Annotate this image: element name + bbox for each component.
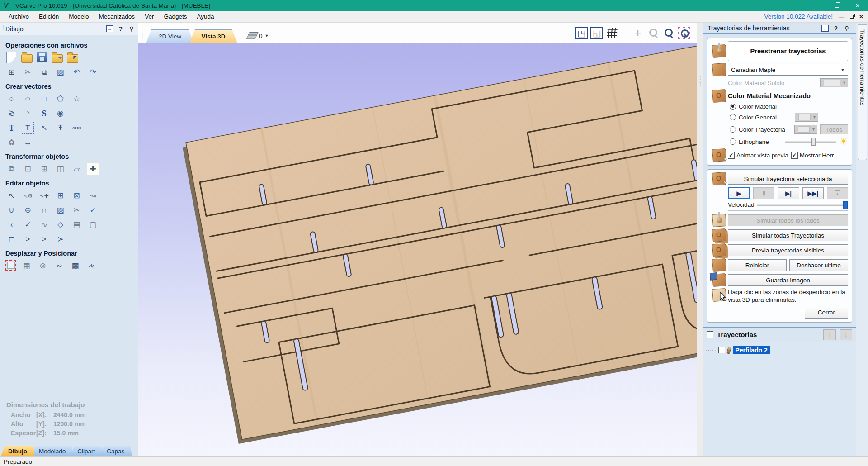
nesting-icon[interactable]: ▩ bbox=[69, 260, 81, 272]
fit-curves-icon[interactable]: ∿ bbox=[38, 219, 50, 231]
panel-tab-modelado[interactable]: Modelado bbox=[32, 446, 73, 456]
draw-rectangle-icon[interactable]: □ bbox=[38, 93, 50, 105]
material-select[interactable]: Canadian Maple ▼ bbox=[728, 64, 848, 76]
panel-grip[interactable]: ⋮⋮ bbox=[1, 24, 5, 29]
draw-text-icon[interactable]: T bbox=[5, 122, 18, 134]
view-tab-vista-3d[interactable]: Vista 3D bbox=[189, 29, 237, 43]
doc-restore-button[interactable] bbox=[850, 15, 854, 19]
3d-viewport[interactable] bbox=[138, 43, 697, 456]
join-with-curve-icon[interactable]: > bbox=[38, 233, 50, 245]
distort-object-icon[interactable]: ▱ bbox=[71, 163, 83, 175]
close-button[interactable]: ✕ bbox=[847, 0, 868, 11]
auto-layout-text-icon[interactable]: Ŧ bbox=[54, 122, 66, 134]
toolpath-name[interactable]: Perfilado 2 bbox=[733, 346, 770, 354]
velocity-slider[interactable] bbox=[757, 204, 848, 206]
join-with-line-icon[interactable]: > bbox=[22, 233, 34, 245]
zoom-box-icon[interactable] bbox=[678, 27, 690, 39]
tabbar-grip[interactable]: ⋮⋮ bbox=[140, 32, 144, 37]
undo-last-button[interactable]: Deshacer ultimo bbox=[789, 259, 848, 271]
trim-vectors-icon[interactable]: ✂ bbox=[71, 204, 83, 216]
pan-view-icon[interactable]: ✛ bbox=[632, 27, 644, 39]
doc-close-button[interactable]: ✕ bbox=[859, 14, 863, 20]
crop-picture-icon[interactable]: ▢ bbox=[87, 219, 99, 231]
collapse-panel-icon[interactable]: → bbox=[105, 25, 114, 33]
set-size-icon[interactable]: ⊡ bbox=[22, 163, 34, 175]
node-vectors-icon[interactable]: ✓ bbox=[22, 219, 34, 231]
pin-icon[interactable]: ⚲ bbox=[127, 25, 136, 33]
minimize-button[interactable]: — bbox=[806, 0, 826, 11]
move-objects-icon[interactable]: ⧉ bbox=[5, 163, 18, 175]
ungroup-objects-icon[interactable]: ⊠ bbox=[71, 190, 83, 202]
panel-tab-clipart[interactable]: Clipart bbox=[70, 446, 102, 456]
edit-picture-icon[interactable]: ▤ bbox=[71, 219, 83, 231]
help-icon[interactable]: ? bbox=[116, 25, 125, 33]
preview-visible-button[interactable]: Previa trayectorias visibles bbox=[728, 244, 848, 256]
join-with-move-icon[interactable]: ≻ bbox=[54, 233, 66, 245]
vector-validator-icon[interactable]: ✓ bbox=[87, 204, 99, 216]
help-icon[interactable]: ? bbox=[831, 24, 840, 32]
toggle-grid-icon[interactable] bbox=[606, 27, 618, 39]
animate-preview-checkbox[interactable]: ✓ bbox=[728, 152, 735, 159]
version-update-link[interactable]: Version 10.022 Available! bbox=[764, 13, 833, 20]
step-forward-button[interactable]: ▶| bbox=[778, 187, 799, 199]
toolpath-visibility-checkbox[interactable] bbox=[718, 347, 725, 353]
array-copy-icon[interactable]: ▦ bbox=[20, 260, 33, 272]
draw-ellipse-icon[interactable]: ○ bbox=[19, 94, 36, 104]
menu-mecanizados[interactable]: Mecanizados bbox=[94, 11, 140, 22]
alignment-icon[interactable]: ✚ bbox=[87, 163, 99, 175]
group-objects-icon[interactable]: ⊞ bbox=[54, 190, 66, 202]
save-file-icon[interactable] bbox=[37, 52, 47, 62]
zoom-in-icon[interactable] bbox=[662, 27, 675, 39]
weld-vectors-icon[interactable]: ∪ bbox=[5, 204, 18, 216]
radio-color-material[interactable]: Color Material bbox=[730, 103, 848, 110]
close-panel-button[interactable]: Cerrar bbox=[805, 307, 848, 319]
select-text-icon[interactable]: ↖ bbox=[38, 122, 50, 134]
subtract-vectors-icon[interactable]: ⊖ bbox=[22, 204, 34, 216]
menu-archivo[interactable]: Archivo bbox=[4, 11, 34, 22]
fast-forward-button[interactable]: ▶▶| bbox=[802, 187, 824, 199]
draw-star-icon[interactable]: ☆ bbox=[71, 93, 83, 105]
radio-color-trayectoria[interactable]: Color Trayectoria ▼ Todos bbox=[730, 124, 848, 134]
layers-control[interactable]: 0 ▼ bbox=[248, 32, 269, 39]
lithophane-slider[interactable] bbox=[785, 141, 836, 143]
menu-ver[interactable]: Ver bbox=[140, 11, 159, 22]
draw-circle-icon[interactable]: ○ bbox=[5, 93, 18, 105]
cut-icon[interactable]: ✂ bbox=[22, 66, 34, 78]
undo-icon[interactable]: ↶ bbox=[71, 66, 83, 78]
menu-modelo[interactable]: Modelo bbox=[64, 11, 94, 22]
copy-along-vectors-icon[interactable]: ∾ bbox=[53, 260, 65, 272]
3d-view-scene[interactable] bbox=[138, 43, 697, 456]
radio-color-general[interactable]: Color General ▼ bbox=[730, 113, 848, 122]
restore-button[interactable] bbox=[826, 0, 847, 11]
draw-arc-icon[interactable]: ◝ bbox=[22, 107, 34, 119]
interactive-move-icon[interactable]: ↖✚ bbox=[38, 190, 50, 202]
draw-polyline-icon[interactable]: ≷ bbox=[5, 107, 18, 119]
doc-minimize-button[interactable]: — bbox=[839, 14, 844, 20]
draw-text-box-icon[interactable]: T bbox=[22, 122, 34, 134]
panel-splitter[interactable]: ⋮⋮⋮ bbox=[697, 23, 703, 456]
keep-overlap-icon[interactable]: ∩ bbox=[38, 204, 50, 216]
draw-texture-icon[interactable]: ◉ bbox=[54, 107, 66, 119]
zoom-to-selection-icon[interactable]: ◱ bbox=[590, 27, 603, 39]
simulate-all-button[interactable]: Simular todas Trayectorias bbox=[728, 229, 848, 241]
draw-curve-icon[interactable]: S bbox=[38, 107, 50, 119]
toolpaths-master-checkbox[interactable] bbox=[707, 331, 713, 338]
center-in-material-icon[interactable]: ⊞ bbox=[38, 163, 50, 175]
panel-tab-dibujo[interactable]: Dibujo bbox=[1, 446, 34, 456]
mirror-objects-icon[interactable]: ◫ bbox=[54, 163, 66, 175]
play-button[interactable]: ▶ bbox=[728, 187, 750, 199]
menu-gadgets[interactable]: Gadgets bbox=[159, 11, 192, 22]
close-vector-icon[interactable]: ◇ bbox=[54, 219, 66, 231]
node-edit-tool-icon[interactable]: ↖⚙ bbox=[22, 190, 34, 202]
new-file-icon[interactable] bbox=[6, 52, 16, 63]
draw-polygon-icon[interactable]: ⬠ bbox=[54, 93, 66, 105]
save-image-button[interactable]: Guardar imagen bbox=[728, 274, 848, 286]
job-setup-icon[interactable]: ⊞ bbox=[5, 66, 18, 78]
text-on-curve-icon[interactable]: ABC bbox=[71, 122, 83, 134]
dimensions-icon[interactable]: ↔ bbox=[22, 136, 34, 148]
fill-vectors-icon[interactable]: ▨ bbox=[54, 204, 66, 216]
simulate-selected-button[interactable]: Simular trayectoria seleccionada bbox=[728, 173, 848, 185]
collapse-panel-icon[interactable]: ← bbox=[821, 24, 830, 32]
export-vectors-icon[interactable] bbox=[67, 54, 78, 63]
radio-lithophane[interactable]: Lithophane ☀ bbox=[730, 137, 848, 146]
